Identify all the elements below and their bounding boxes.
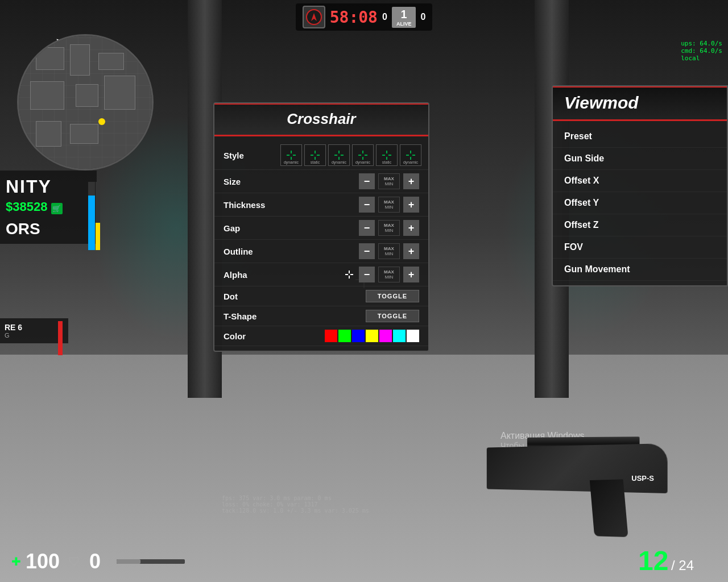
tshape-toggle-button[interactable]: TOGGLE	[366, 310, 419, 322]
style-icon-2[interactable]: dynamic	[328, 144, 350, 166]
svg-rect-19	[386, 151, 387, 153]
svg-rect-9	[334, 155, 337, 156]
viewmode-item-offset-z[interactable]: Offset Z	[553, 214, 727, 236]
viewmode-title: Viewmod	[564, 93, 715, 113]
style-icon-4[interactable]: static	[376, 144, 398, 166]
gun-silhouette	[444, 366, 682, 537]
thickness-decrease-button[interactable]: −	[359, 197, 375, 213]
ammo-total: / 24	[671, 558, 694, 573]
health-bar-fill	[88, 196, 95, 250]
style-label: Style	[224, 151, 280, 160]
thickness-increase-button[interactable]: +	[403, 197, 419, 213]
tshape-controls: TOGGLE	[280, 310, 419, 322]
svg-rect-10	[341, 155, 344, 156]
left-panel: NITY $38528 🛒 ORS	[0, 171, 97, 244]
outline-decrease-button[interactable]: −	[359, 243, 375, 259]
alpha-decrease-button[interactable]: −	[359, 267, 375, 282]
size-max-min: MAX MIN	[378, 173, 400, 189]
size-increase-button[interactable]: +	[403, 173, 419, 189]
color-swatch-yellow[interactable]	[366, 330, 378, 342]
color-swatch-magenta[interactable]	[379, 330, 392, 342]
map-building-1	[36, 47, 64, 70]
style-icon-0[interactable]: dynamic	[280, 144, 302, 166]
ammo-current: 12	[638, 546, 668, 576]
score-right: 0	[420, 12, 425, 22]
shield-icon: 🛡	[69, 555, 80, 568]
color-label: Color	[224, 331, 280, 341]
thickness-controls: − MAX MIN +	[280, 197, 419, 213]
style-icons-group: dynamic static dynamic dyn	[280, 144, 421, 166]
svg-rect-23	[410, 151, 411, 153]
viewmode-item-preset[interactable]: Preset	[553, 126, 727, 148]
svg-rect-15	[362, 151, 363, 153]
debug-text: fps: 375 var: 3.0 ms param: 0 ms loss: 0…	[222, 495, 369, 514]
ammo-bar-fill	[96, 223, 100, 250]
top-hud: 58:08 0 1 ALIVE 0	[0, 0, 728, 34]
viewmode-header: Viewmod	[553, 86, 727, 121]
timer-block: 58:08 0 1 ALIVE 0	[296, 3, 433, 31]
map-building-7	[36, 121, 61, 147]
gap-label: Gap	[224, 223, 280, 233]
armor-value: 0	[89, 550, 101, 573]
style-icon-1[interactable]: static	[304, 144, 326, 166]
svg-rect-20	[386, 157, 387, 160]
team-icon-left	[303, 6, 325, 28]
viewmode-item-gun-side[interactable]: Gun Side	[553, 148, 727, 170]
viewmode-item-offset-y[interactable]: Offset Y	[553, 192, 727, 214]
style-icon-2-label: dynamic	[332, 160, 346, 164]
fps-counter: ups: 64.0/s cmd: 64.0/s local	[681, 40, 722, 62]
color-swatch-cyan[interactable]	[393, 330, 406, 342]
map-building-4	[30, 81, 64, 110]
dot-row: Dot TOGGLE	[214, 286, 428, 306]
map-building-5	[76, 84, 98, 107]
color-swatch-red[interactable]	[325, 330, 337, 342]
color-swatches	[325, 330, 419, 342]
svg-rect-1	[287, 155, 289, 156]
money-display: $38528 🛒	[6, 199, 91, 214]
outline-controls: − MAX MIN +	[280, 243, 419, 259]
alpha-row: Alpha − MAX MIN +	[214, 263, 428, 286]
crosshair-panel-header: Crosshair	[214, 103, 428, 136]
ammo-bar-bottom-container	[117, 559, 185, 564]
style-icon-5[interactable]: dynamic	[400, 144, 421, 166]
color-row: Color	[214, 326, 428, 346]
dot-label: Dot	[224, 292, 280, 301]
ammo-bar-track	[117, 559, 185, 564]
alive-badge: 1 ALIVE	[392, 7, 416, 28]
outline-max-min: MAX MIN	[378, 243, 400, 259]
style-icon-5-label: dynamic	[403, 160, 418, 164]
viewmode-item-gun-movement[interactable]: Gun Movement	[553, 259, 727, 281]
viewmode-item-offset-x[interactable]: Offset X	[553, 170, 727, 192]
health-bar-container	[88, 182, 95, 250]
bottom-hud: ✚ 100 🛡 0 12 / 24	[0, 537, 728, 582]
money-icon: 🛒	[51, 203, 63, 214]
health-display: ✚ 100 🛡 0	[11, 550, 185, 573]
outline-increase-button[interactable]: +	[403, 243, 419, 259]
crosshair-panel: Crosshair Style dynamic static	[213, 102, 429, 352]
viewmode-item-fov[interactable]: FOV	[553, 236, 727, 259]
svg-rect-12	[338, 157, 340, 160]
re-subtext: G	[5, 332, 64, 339]
style-icon-0-label: dynamic	[284, 160, 299, 164]
size-decrease-button[interactable]: −	[359, 173, 375, 189]
color-swatch-green[interactable]	[338, 330, 351, 342]
health-icon: ✚	[11, 555, 21, 568]
svg-rect-13	[358, 155, 361, 156]
alpha-increase-button[interactable]: +	[403, 267, 419, 282]
gap-decrease-button[interactable]: −	[359, 220, 375, 236]
gap-increase-button[interactable]: +	[403, 220, 419, 236]
dot-toggle-button[interactable]: TOGGLE	[366, 290, 419, 302]
dot-controls: TOGGLE	[280, 290, 419, 302]
gun-body	[487, 443, 668, 493]
tshape-label: T-Shape	[224, 311, 280, 321]
score-left: 0	[382, 12, 387, 22]
svg-rect-3	[291, 151, 292, 153]
svg-rect-7	[315, 151, 316, 153]
color-swatch-blue[interactable]	[352, 330, 365, 342]
alpha-crosshair-preview	[345, 271, 353, 278]
red-bar	[58, 321, 63, 355]
minimap-player-dot	[98, 118, 105, 125]
color-swatch-white[interactable]	[407, 330, 419, 342]
style-icon-3[interactable]: dynamic	[352, 144, 374, 166]
svg-rect-11	[338, 151, 340, 153]
